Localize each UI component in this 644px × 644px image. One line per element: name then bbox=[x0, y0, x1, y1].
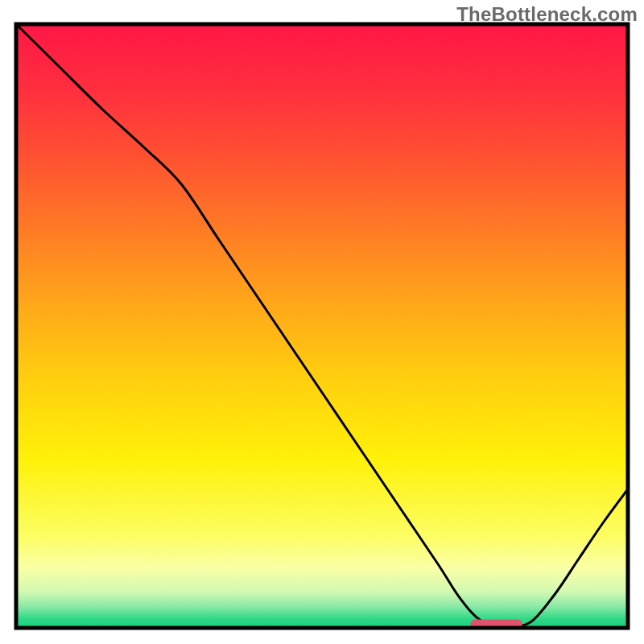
chart-canvas bbox=[0, 0, 644, 644]
bottleneck-chart: TheBottleneck.com bbox=[0, 0, 644, 644]
watermark-label: TheBottleneck.com bbox=[456, 3, 638, 26]
